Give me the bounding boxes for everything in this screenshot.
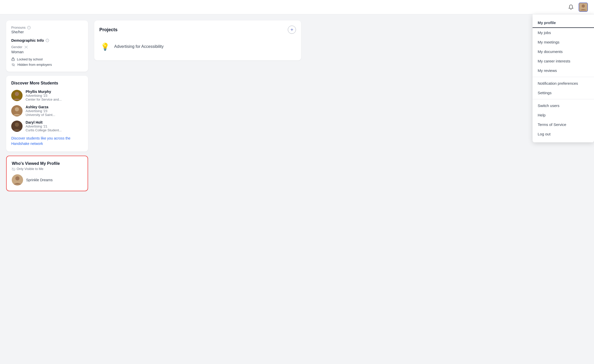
demographic-card: Pronouns She/her Demographic Info Gender… bbox=[6, 20, 88, 72]
menu-item-my-career-interests[interactable]: My career interests bbox=[533, 56, 594, 66]
header-icons bbox=[567, 3, 588, 12]
menu-item-my-profile[interactable]: My profile bbox=[533, 18, 594, 28]
dropdown-menu: My profile My jobs My meetings My docume… bbox=[533, 14, 594, 142]
menu-item-my-jobs[interactable]: My jobs bbox=[533, 28, 594, 37]
svg-point-9 bbox=[15, 107, 19, 111]
student-name-phyllis: Phyllis Murphy bbox=[26, 90, 62, 94]
student-avatar-daryl bbox=[11, 121, 23, 132]
header bbox=[0, 0, 594, 14]
pronouns-value: She/her bbox=[11, 30, 83, 34]
student-item[interactable]: Phyllis Murphy Advertising '23 Center fo… bbox=[11, 90, 83, 101]
viewer-avatar-sprinkle bbox=[12, 174, 23, 186]
projects-card: Projects + 💡 Advertising for Accessibili… bbox=[94, 20, 301, 60]
project-name: Advertising for Accessibility bbox=[114, 44, 164, 49]
menu-group-3: Switch users Help Terms of Service Log o… bbox=[533, 99, 594, 140]
student-avatar-phyllis bbox=[11, 90, 23, 101]
student-detail1-daryl: Advertising '21 bbox=[26, 124, 62, 128]
menu-group-1: My profile My jobs My meetings My docume… bbox=[533, 16, 594, 77]
demographic-info-title: Demographic Info bbox=[11, 38, 83, 42]
locked-info: Locked by school bbox=[11, 57, 83, 61]
svg-point-11 bbox=[15, 123, 19, 127]
viewed-subtitle: Only Visible to Me bbox=[12, 167, 82, 171]
add-project-button[interactable]: + bbox=[288, 26, 296, 34]
student-detail1-ashley: Advertising '23 bbox=[26, 109, 55, 113]
hidden-info: Hidden from employers bbox=[11, 63, 83, 67]
discover-title: Discover More Students bbox=[11, 81, 83, 85]
gender-row: Gender bbox=[11, 45, 83, 49]
menu-item-help[interactable]: Help bbox=[533, 110, 594, 120]
projects-title: Projects bbox=[99, 27, 118, 33]
menu-item-my-reviews[interactable]: My reviews bbox=[533, 66, 594, 75]
whos-viewed-card: Who's Viewed My Profile Only Visible to … bbox=[6, 156, 88, 191]
student-detail2-ashley: University of Saint... bbox=[26, 113, 55, 117]
left-column: Pronouns She/her Demographic Info Gender… bbox=[6, 20, 88, 191]
menu-item-notification-preferences[interactable]: Notification preferences bbox=[533, 79, 594, 88]
menu-item-settings[interactable]: Settings bbox=[533, 88, 594, 98]
student-detail1-phyllis: Advertising '23 bbox=[26, 94, 62, 98]
menu-item-my-documents[interactable]: My documents bbox=[533, 47, 594, 56]
svg-point-14 bbox=[15, 176, 19, 180]
project-icon: 💡 bbox=[99, 41, 111, 52]
student-item[interactable]: Daryl Holt Advertising '21 Curtis Colleg… bbox=[11, 120, 83, 132]
menu-item-my-meetings[interactable]: My meetings bbox=[533, 37, 594, 47]
projects-header: Projects + bbox=[99, 26, 296, 34]
viewer-name-sprinkle: Sprinkle Dreams bbox=[26, 178, 52, 182]
student-avatar-ashley bbox=[11, 105, 23, 116]
main-content: Pronouns She/her Demographic Info Gender… bbox=[0, 14, 307, 197]
right-column: Projects + 💡 Advertising for Accessibili… bbox=[94, 20, 301, 191]
bell-icon[interactable] bbox=[567, 4, 575, 11]
pronouns-label: Pronouns bbox=[11, 26, 83, 29]
svg-point-1 bbox=[582, 4, 585, 7]
student-detail2-daryl: Curtis College Student... bbox=[26, 128, 62, 132]
discover-link[interactable]: Discover students like you across the Ha… bbox=[11, 136, 83, 146]
student-name-ashley: Ashley Garza bbox=[26, 105, 55, 109]
menu-item-log-out[interactable]: Log out bbox=[533, 129, 594, 139]
viewed-title: Who's Viewed My Profile bbox=[12, 161, 82, 166]
viewer-item[interactable]: Sprinkle Dreams bbox=[12, 174, 82, 186]
menu-group-2: Notification preferences Settings bbox=[533, 77, 594, 99]
student-item[interactable]: Ashley Garza Advertising '23 University … bbox=[11, 105, 83, 117]
student-name-daryl: Daryl Holt bbox=[26, 120, 62, 124]
user-avatar-button[interactable] bbox=[579, 3, 588, 12]
svg-rect-4 bbox=[12, 59, 15, 60]
menu-item-switch-users[interactable]: Switch users bbox=[533, 101, 594, 110]
gender-value: Woman bbox=[11, 50, 83, 54]
student-detail2-phyllis: Center for Service and... bbox=[26, 98, 62, 101]
menu-item-terms-of-service[interactable]: Terms of Service bbox=[533, 120, 594, 129]
svg-point-7 bbox=[15, 92, 19, 96]
project-item[interactable]: 💡 Advertising for Accessibility bbox=[99, 38, 296, 55]
discover-students-card: Discover More Students Phyllis Murphy Ad… bbox=[6, 76, 88, 152]
